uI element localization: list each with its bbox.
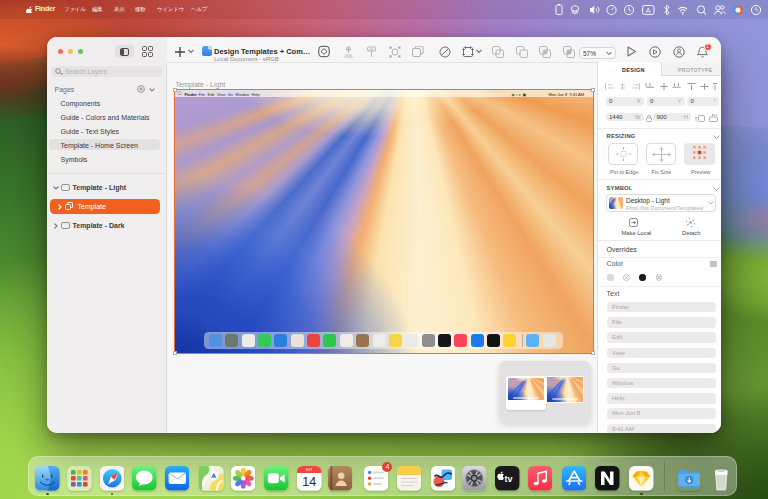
svg-text:14: 14: [303, 475, 317, 489]
svg-text:tv: tv: [505, 474, 513, 484]
svg-text:6月: 6月: [306, 467, 313, 472]
svg-text:A: A: [646, 7, 651, 14]
